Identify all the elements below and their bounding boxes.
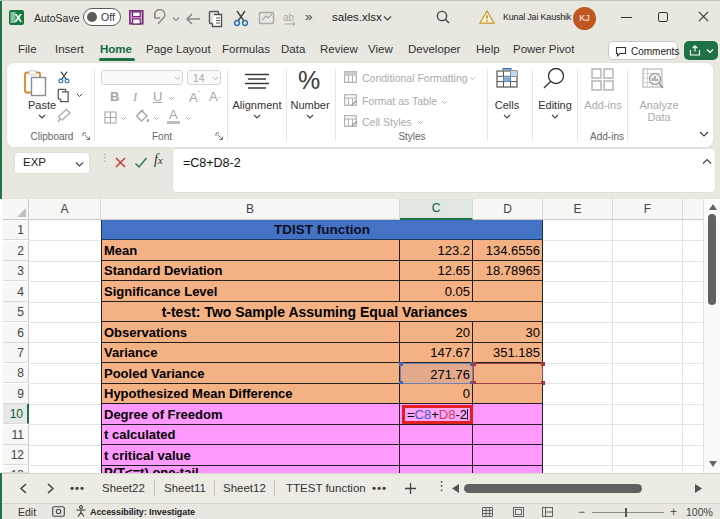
svg-text:ab: ab <box>283 12 295 23</box>
svg-text:X: X <box>15 12 23 24</box>
